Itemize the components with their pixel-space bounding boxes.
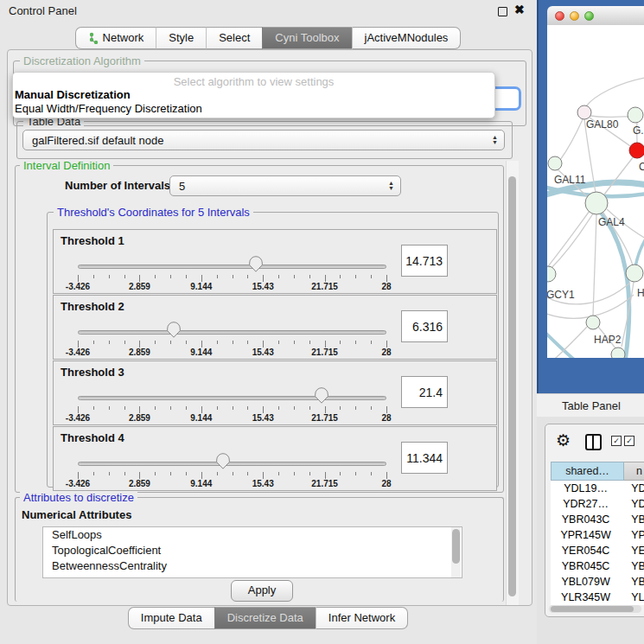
slider-tick-label: -3.426 [66,348,90,357]
tab-label: Network [103,28,144,48]
network-window-titlebar[interactable] [547,6,644,26]
table-row[interactable]: YER054CYER054C [551,543,644,558]
slider-tick-label: 9.144 [190,282,212,291]
attribute-item-selfloops[interactable]: SelfLoops [43,527,462,543]
network-canvas[interactable]: GAL80G.CGAL11GAL4GCY1HHAP2 [547,25,644,358]
columns-icon[interactable] [585,434,602,450]
table-cell: YLR345W [621,590,644,605]
table-cell: YBL079W [551,574,621,590]
table-horizontal-scrollbar[interactable] [549,605,641,613]
gear-icon[interactable]: ⚙ [556,430,571,450]
network-icon [88,32,99,44]
tab-label: Impute Data [141,608,202,628]
table-cell: YBR045C [551,558,621,574]
slider-tick-label: 21.715 [311,282,338,291]
network-node-partial[interactable] [611,348,625,358]
tab-impute-data[interactable]: Impute Data [128,607,214,629]
combobox-stepper-icon: ▲▼ [492,131,498,150]
table-row[interactable]: YDL19…YDL19… [551,481,644,496]
zoom-traffic-light-icon[interactable] [584,11,594,21]
node-table[interactable]: shared…nYDL19…YDL19…YDR27…YDR27…YBR043CY… [551,462,644,605]
table-cell: YPR145W [621,527,644,543]
table-cell: YPR145W [551,527,621,543]
network-node-label: HAP2 [594,334,622,346]
network-node-label: GAL11 [554,174,586,186]
network-window: GAL80G.CGAL11GAL4GCY1HHAP2 [547,6,644,358]
tab-cyni-toolbox[interactable]: Cyni Toolbox [262,27,351,49]
threshold-value-field[interactable]: 14.713 [401,245,448,277]
numerical-attributes-label: Numerical Attributes [22,508,131,521]
slider-tick-label: 21.715 [311,479,338,488]
tab-select[interactable]: Select [206,27,262,49]
close-traffic-light-icon[interactable] [555,11,564,21]
algorithm-option-manual[interactable]: Manual Discretization [15,88,131,101]
number-of-intervals-combobox[interactable]: 5 ▲▼ [169,175,401,196]
table-row[interactable]: YDR27…YDR27… [551,496,644,512]
table-header-2[interactable]: n [624,462,644,481]
tab-jactivemnodules[interactable]: jActiveMNodules [352,27,462,49]
network-node-label: GAL4 [598,216,625,228]
checkbox-icon[interactable]: ✓ [611,436,622,446]
slider-tick-label: 9.144 [190,348,212,357]
network-edge [550,214,593,270]
attributes-group-label: Attributes to discretize [20,491,137,504]
threshold-slider-thumb[interactable] [167,322,181,338]
network-node-g[interactable] [628,107,643,123]
tab-label: Infer Network [328,608,395,628]
table-cell: YLR345W [551,590,621,605]
network-node-gal11[interactable] [548,156,562,170]
network-node-h[interactable] [626,265,643,282]
apply-button[interactable]: Apply [231,580,293,602]
network-edge [586,77,644,106]
table-row[interactable]: YBL079WYBL079W [551,574,644,590]
tab-label: jActiveMNodules [365,28,449,48]
table-row[interactable]: YBR043CYBR043C [551,512,644,527]
table-row[interactable]: YBR045CYBR045C [551,558,644,574]
float-window-icon[interactable] [498,7,507,16]
content-vertical-scrollbar[interactable] [506,161,519,605]
network-node-gcy1[interactable] [547,266,556,282]
network-node-hap2[interactable] [586,316,600,329]
minimize-traffic-light-icon[interactable] [570,11,579,21]
algorithm-dropdown-popup: Select algorithm to view settings Manual… [12,72,495,118]
network-edge [604,156,634,194]
network-node-gal80[interactable] [577,105,591,119]
threshold-slider-thumb[interactable] [216,453,230,469]
network-node-c[interactable] [629,143,644,158]
table-data-combobox[interactable]: galFiltered.sif default node ▲▼ [22,130,505,150]
network-node-label: H [637,287,644,299]
network-edge [560,119,583,160]
attribute-item-topologicalcoefficient[interactable]: TopologicalCoefficient [43,543,462,558]
table-row[interactable]: YPR145WYPR145W [551,527,644,543]
top-tab-bar: NetworkStyleSelectCyni ToolboxjActiveMNo… [0,27,536,49]
network-node-gal4[interactable] [585,192,608,214]
control-panel-titlebar: Control Panel ✖ [0,0,536,22]
table-cell: YER054C [621,543,644,558]
tab-discretize-data[interactable]: Discretize Data [214,607,316,629]
close-icon[interactable]: ✖ [514,3,525,16]
threshold-2-box: Threshold 2-3.4262.8599.14415.4321.71528… [53,295,497,360]
slider-tick-label: -3.426 [66,282,90,291]
table-cell: YBL079W [621,574,644,590]
threshold-value-field[interactable]: 11.344 [401,442,448,474]
tab-style[interactable]: Style [156,27,206,49]
threshold-value-field[interactable]: 6.316 [401,310,448,342]
tab-network[interactable]: Network [75,27,156,49]
table-header-1[interactable]: shared… [551,462,624,481]
threshold-slider-thumb[interactable] [315,387,328,404]
slider-tick-label: 15.43 [252,348,274,357]
threshold-value-field[interactable]: 21.4 [401,376,448,408]
numerical-attributes-list[interactable]: SelfLoopsTopologicalCoefficientBetweenne… [42,526,462,578]
table-row[interactable]: YLR345WYLR345W [551,590,644,605]
algorithm-option-equal-width[interactable]: Equal Width/Frequency Discretization [15,102,202,115]
attribute-item-betweennesscentrality[interactable]: BetweennessCentrality [43,558,462,574]
table-panel-card: ⚙ ✓ ✓ shared…nYDL19…YDL19…YDR27…YDR27…YB… [545,424,644,617]
threshold-slider-thumb[interactable] [249,256,263,272]
slider-tick-label: 9.144 [190,479,212,488]
thresholds-group-label: Threshold's Coordinates for 5 Intervals [54,206,253,219]
checkbox-icon[interactable]: ✓ [624,436,634,446]
table-panel-title: Table Panel [562,399,621,412]
interval-definition-label: Interval Definition [20,159,113,172]
tab-infer-network[interactable]: Infer Network [316,607,408,629]
attributes-list-scrollbar[interactable] [452,529,460,564]
